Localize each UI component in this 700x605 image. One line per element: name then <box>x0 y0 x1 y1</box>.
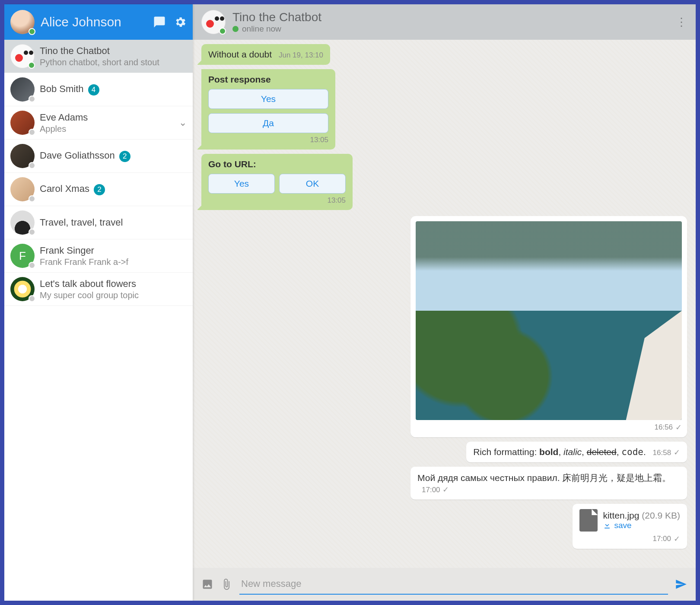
message-text: Мой дядя самых честных правил. 床前明月光，疑是地… <box>417 473 671 483</box>
chat-status: online now <box>232 24 676 34</box>
contact-avatar <box>10 177 35 201</box>
contact-avatar <box>10 144 35 168</box>
chat-list-item[interactable]: Carol Xmas2 <box>4 173 193 206</box>
contact-subtitle: Apples <box>40 124 179 134</box>
contact-avatar <box>10 77 35 102</box>
app-root: Alice Johnson Tino the ChatbotPython cha… <box>4 4 696 601</box>
my-username[interactable]: Alice Johnson <box>41 15 153 29</box>
contact-name: Bob Smith4 <box>40 83 187 96</box>
file-icon <box>579 509 598 532</box>
chat-list-item[interactable]: Let's talk about flowersMy super cool gr… <box>4 273 193 306</box>
presence-dot <box>29 129 35 136</box>
contact-name: Frank Singer <box>40 245 187 256</box>
presence-dot <box>28 62 35 69</box>
image-picker-icon[interactable] <box>201 578 213 590</box>
contact-subtitle: Frank Frank Frank a->f <box>40 257 187 267</box>
message-timestamp: 17:00 <box>422 486 440 494</box>
chat-list-item[interactable]: Tino the ChatbotPython chatbot, short an… <box>4 40 193 73</box>
message-timestamp: 16:58 <box>653 449 671 457</box>
unread-badge: 4 <box>88 84 99 96</box>
presence-dot <box>29 28 35 35</box>
contact-avatar <box>10 210 35 235</box>
contact-name: Let's talk about flowers <box>40 278 187 290</box>
presence-dot <box>29 195 35 202</box>
bold-text: bold <box>539 447 558 457</box>
chat-list-item[interactable]: Bob Smith4 <box>4 73 193 106</box>
sidebar-header: Alice Johnson <box>4 4 193 40</box>
image-message: 16:56✓ <box>410 216 687 437</box>
presence-dot <box>29 295 35 302</box>
sent-tick-icon: ✓ <box>674 534 680 544</box>
unread-badge: 2 <box>119 151 130 162</box>
message-timestamp: 13:05 <box>310 136 328 144</box>
form-button-yes[interactable]: Yes <box>208 174 275 194</box>
settings-icon[interactable] <box>174 16 187 29</box>
message-list[interactable]: Without a doubt Jun 19, 13:10 Post respo… <box>193 40 696 568</box>
italic-text: italic <box>563 447 582 457</box>
online-dot <box>232 26 239 32</box>
contact-name: Carol Xmas2 <box>40 183 187 195</box>
chat-header: Tino the Chatbot online now ⋮ <box>193 4 696 40</box>
message-text: Without a doubt <box>208 49 272 59</box>
contact-name: Travel, travel, travel <box>40 217 187 228</box>
chat-list-item[interactable]: Dave Goliathsson2 <box>4 140 193 173</box>
form-title: Post response <box>208 74 328 85</box>
message-timestamp: Jun 19, 13:10 <box>279 51 323 59</box>
more-menu-icon[interactable]: ⋮ <box>676 16 687 29</box>
sent-tick-icon: ✓ <box>674 448 680 457</box>
contact-name: Tino the Chatbot <box>40 45 187 57</box>
chat-title[interactable]: Tino the Chatbot <box>232 10 676 24</box>
chevron-down-icon[interactable]: ⌄ <box>179 117 187 128</box>
presence-dot <box>29 162 35 169</box>
presence-dot <box>219 28 226 35</box>
chat-list-item[interactable]: Travel, travel, travel <box>4 206 193 239</box>
message-bubble: Without a doubt Jun 19, 13:10 <box>201 44 330 65</box>
contact-avatar <box>10 44 35 68</box>
message-bubble: Мой дядя самых честных правил. 床前明月光，疑是地… <box>410 467 687 500</box>
file-name: kitten.jpg <box>603 510 639 520</box>
message-timestamp: 13:05 <box>327 196 346 205</box>
contact-name: Dave Goliathsson2 <box>40 150 187 162</box>
deleted-text: deleted <box>587 447 617 457</box>
presence-dot <box>29 262 35 269</box>
chat-list-item[interactable]: Eve AdamsApples⌄ <box>4 106 193 140</box>
composer <box>193 568 696 601</box>
form-title: Go to URL: <box>208 159 346 169</box>
form-bubble: Go to URL: Yes OK 13:05 <box>201 154 353 210</box>
contact-subtitle: Python chatbot, short and stout <box>40 57 187 67</box>
file-size: (20.9 KB) <box>642 510 680 520</box>
contact-avatar: F <box>10 244 35 268</box>
contact-avatar <box>10 277 35 301</box>
attach-icon[interactable] <box>220 578 232 590</box>
sent-tick-icon: ✓ <box>675 423 682 432</box>
sent-tick-icon: ✓ <box>442 485 449 494</box>
message-input[interactable] <box>239 574 668 595</box>
chat-list-item[interactable]: FFrank SingerFrank Frank Frank a->f <box>4 239 193 273</box>
new-chat-icon[interactable] <box>153 16 166 29</box>
chat-list[interactable]: Tino the ChatbotPython chatbot, short an… <box>4 40 193 601</box>
save-file-link[interactable]: save <box>603 521 680 530</box>
chat-pane: Tino the Chatbot online now ⋮ Without a … <box>193 4 696 601</box>
file-message: kitten.jpg (20.9 KB) save 17:00✓ <box>573 504 687 549</box>
form-button-da[interactable]: Да <box>208 113 328 133</box>
message-timestamp: 16:56 <box>654 423 673 432</box>
code-text: code <box>621 447 643 457</box>
contact-name: Eve Adams <box>40 112 179 123</box>
message-timestamp: 17:00 <box>652 535 671 543</box>
download-icon <box>603 521 611 530</box>
unread-badge: 2 <box>94 184 105 195</box>
photo-attachment[interactable] <box>416 221 682 420</box>
form-bubble: Post response Yes Да 13:05 <box>201 69 335 150</box>
contact-subtitle: My super cool group topic <box>40 290 187 300</box>
message-bubble: Rich formatting: bold, italic, deleted, … <box>466 442 687 462</box>
contact-avatar <box>10 111 35 135</box>
my-avatar[interactable] <box>10 10 35 34</box>
send-icon[interactable] <box>675 578 687 590</box>
form-button-yes[interactable]: Yes <box>208 89 328 109</box>
presence-dot <box>29 96 35 102</box>
sidebar: Alice Johnson Tino the ChatbotPython cha… <box>4 4 193 601</box>
form-button-ok[interactable]: OK <box>279 174 346 194</box>
peer-avatar[interactable] <box>201 10 226 34</box>
presence-dot <box>29 229 35 236</box>
